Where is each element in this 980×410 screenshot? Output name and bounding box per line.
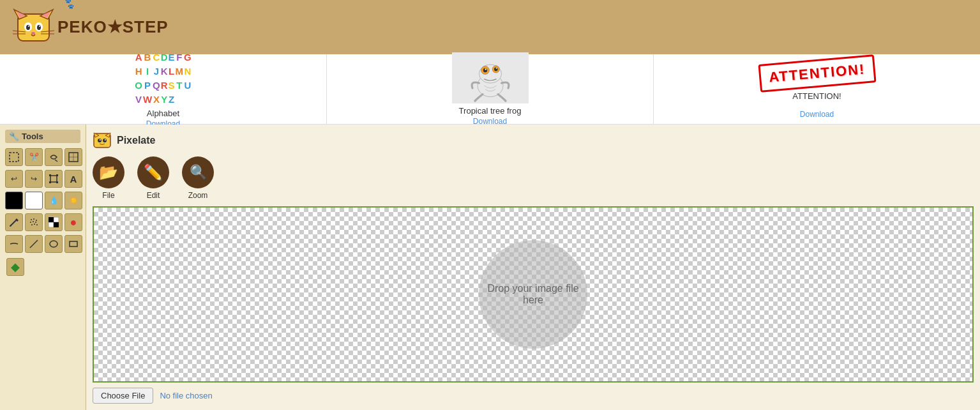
svg-line-25	[55, 160, 57, 162]
dotted-select-icon	[9, 152, 19, 162]
marquee-icon	[68, 152, 79, 162]
eyedrop-tool[interactable]: 💧	[45, 192, 63, 209]
drop-text: Drop your image file here	[479, 283, 587, 306]
svg-line-50	[30, 240, 38, 248]
edit-label: Edit	[147, 191, 160, 200]
svg-point-10	[39, 26, 40, 27]
nav-item-attention[interactable]: ATTENTION! ATTENTION! Download	[654, 54, 980, 124]
sun-tool[interactable]: ☀️	[64, 192, 82, 209]
svg-point-41	[33, 221, 34, 222]
nav-attention-download[interactable]: Download	[800, 110, 834, 119]
dotted-select-tool[interactable]	[5, 148, 23, 166]
rectangle-tool[interactable]	[64, 235, 82, 253]
transform-icon	[49, 174, 59, 184]
tools-row-2: ↩ ↪ A	[5, 170, 80, 188]
nav-item-alphabet[interactable]: ABCDEFG HIJKLMN OPQRSTU VWXYZ Alphabet D…	[0, 54, 327, 124]
svg-point-44	[34, 224, 35, 225]
oval-tool[interactable]	[45, 235, 63, 253]
file-icon: 📂	[93, 156, 124, 188]
pencil-icon	[9, 217, 19, 227]
svg-point-11	[31, 32, 35, 34]
svg-point-23	[495, 68, 497, 69]
oval-icon	[49, 239, 59, 249]
tools-row-6: ◆	[5, 257, 80, 277]
logo-cat-icon	[13, 6, 54, 48]
sidebar: 🔧 Tools ✂️ ↩ ↪ A	[0, 125, 86, 410]
svg-point-8	[37, 25, 41, 30]
toolbar: 📂 File ✏️ Edit 🔍 Zoom	[93, 156, 974, 200]
lasso-tool[interactable]	[45, 148, 63, 166]
circle-fill-tool[interactable]: ●	[64, 213, 82, 231]
attention-stamp: ATTENTION!	[758, 54, 876, 93]
svg-point-45	[36, 224, 38, 225]
svg-point-43	[31, 224, 33, 225]
tools-label: Tools	[22, 132, 43, 141]
frog-image	[462, 52, 519, 103]
no-file-label: No file chosen	[160, 391, 212, 400]
zoom-label: Zoom	[188, 191, 208, 200]
alphabet-letters: ABCDEFG HIJKLMN OPQRSTU VWXYZ	[135, 50, 192, 106]
tools-row-4: ●	[5, 213, 80, 231]
line-tool[interactable]	[5, 235, 23, 253]
svg-rect-48	[49, 222, 54, 227]
spray-tool[interactable]	[25, 213, 43, 231]
svg-point-57	[103, 139, 107, 142]
frog-preview-box	[452, 52, 529, 103]
drop-circle: Drop your image file here	[479, 240, 587, 349]
zoom-icon: 🔍	[182, 156, 214, 188]
edit-icon: ✏️	[137, 156, 169, 188]
svg-point-9	[28, 26, 29, 27]
undo-tool[interactable]: ↩	[5, 170, 23, 188]
nav-item-frog[interactable]: Tropical tree frog Download	[327, 54, 654, 124]
transform-tool[interactable]	[45, 170, 63, 188]
main-content: 🔧 Tools ✂️ ↩ ↪ A	[0, 125, 980, 410]
nav-frog-title: Tropical tree frog	[459, 106, 522, 116]
svg-point-37	[31, 219, 32, 220]
line-icon	[9, 239, 19, 249]
file-label: File	[102, 191, 114, 200]
tools-row-1: ✂️	[5, 148, 80, 166]
tools-row-3: 💧 ☀️	[5, 192, 80, 209]
svg-point-38	[33, 218, 34, 220]
workspace-title: Pixelate	[117, 135, 155, 146]
text-tool[interactable]: A	[64, 170, 82, 188]
diagonal-tool[interactable]	[25, 235, 43, 253]
choose-file-button[interactable]: Choose File	[93, 388, 153, 404]
logo[interactable]: 🐾 PEKO★STEP	[13, 6, 169, 48]
svg-point-22	[485, 68, 486, 70]
nav-bar: ABCDEFG HIJKLMN OPQRSTU VWXYZ Alphabet D…	[0, 54, 980, 125]
logo-text: PEKO★STEP	[57, 17, 169, 37]
svg-point-56	[98, 139, 102, 142]
file-button[interactable]: 📂 File	[93, 156, 124, 200]
workspace-header: Pixelate	[93, 131, 974, 150]
svg-point-51	[50, 241, 57, 247]
svg-rect-29	[50, 176, 57, 182]
edit-button[interactable]: ✏️ Edit	[137, 156, 169, 200]
svg-rect-33	[56, 181, 58, 183]
tools-header: 🔧 Tools	[5, 130, 80, 143]
white-color-tool[interactable]	[25, 192, 43, 209]
nav-alphabet-title: Alphabet	[147, 109, 179, 118]
svg-line-34	[10, 220, 17, 226]
checker-icon	[49, 217, 59, 227]
svg-rect-32	[49, 181, 51, 183]
diagonal-icon	[29, 239, 39, 249]
svg-point-40	[30, 222, 31, 223]
svg-rect-46	[49, 217, 54, 222]
zoom-button[interactable]: 🔍 Zoom	[182, 156, 214, 200]
checker-tool[interactable]	[45, 213, 63, 231]
header: 🐾 PEKO★STEP	[0, 0, 980, 54]
scissors-tool[interactable]: ✂️	[25, 148, 43, 166]
svg-point-58	[100, 139, 101, 140]
marquee-tool[interactable]	[64, 148, 82, 166]
canvas-area[interactable]: Drop your image file here	[93, 206, 974, 383]
black-color-tool[interactable]	[5, 192, 23, 209]
diamond-tool[interactable]: ◆	[6, 258, 24, 276]
pencil-tool[interactable]	[5, 213, 23, 231]
svg-point-42	[35, 222, 36, 223]
svg-rect-47	[54, 217, 59, 222]
redo-tool[interactable]: ↪	[25, 170, 43, 188]
tools-icon: 🔧	[9, 132, 19, 141]
svg-rect-31	[56, 174, 58, 176]
workspace: Pixelate 📂 File ✏️ Edit 🔍 Zoom Drop your…	[86, 125, 980, 410]
